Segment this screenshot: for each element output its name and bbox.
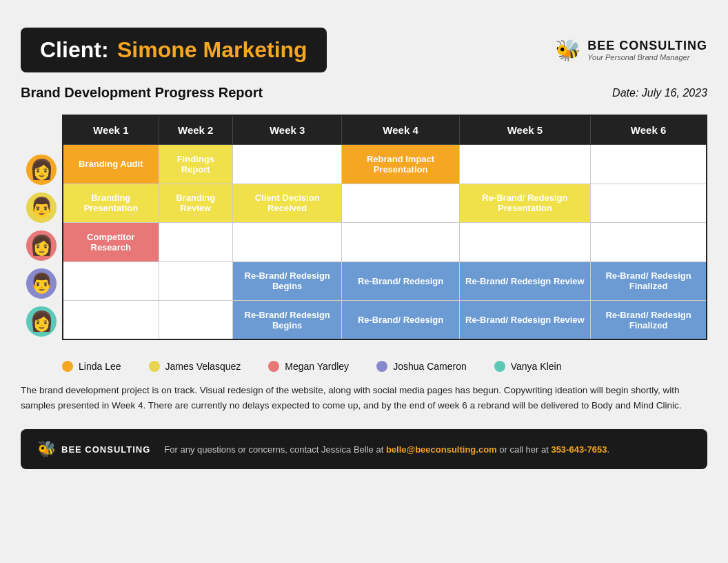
table-cell bbox=[159, 223, 232, 262]
table-cell: Re-Brand/ Redesign Finalized bbox=[591, 301, 707, 340]
logo-text: BEE CONSULTING Your Personal Brand Manag… bbox=[587, 39, 707, 61]
table-cell bbox=[342, 184, 459, 223]
avatar-cell-3: 👩 bbox=[21, 226, 62, 264]
title-box: Client: Simone Marketing bbox=[21, 28, 327, 72]
table-cell bbox=[591, 223, 707, 262]
col-week5: Week 5 bbox=[459, 115, 590, 145]
table-cell bbox=[342, 223, 459, 262]
legend-label-joshua: Joshua Cameron bbox=[393, 361, 467, 372]
table-row: Re-Brand/ Redesign Begins Re-Brand/ Rede… bbox=[63, 301, 707, 340]
table-cell: Rebrand Impact Presentation bbox=[342, 145, 459, 184]
table-row: Branding Audit Findings Report Rebrand I… bbox=[63, 145, 707, 184]
table-cell bbox=[159, 301, 232, 340]
col-week1: Week 1 bbox=[63, 115, 159, 145]
legend-dot-linda bbox=[62, 361, 73, 372]
table-cell bbox=[63, 301, 159, 340]
avatar-megan: 👩 bbox=[26, 230, 57, 261]
schedule-table: Week 1 Week 2 Week 3 Week 4 Week 5 Week … bbox=[62, 115, 707, 340]
table-wrapper: 👩 👨 👩 👨 👩 bbox=[21, 115, 707, 340]
avatar-cell-4: 👨 bbox=[21, 264, 62, 302]
table-cell bbox=[459, 145, 590, 184]
table-cell bbox=[159, 261, 232, 301]
company-name: BEE CONSULTING bbox=[587, 39, 707, 53]
footer-logo: 🐝 BEE CONSULTING bbox=[37, 440, 150, 458]
legend-dot-vanya bbox=[494, 361, 505, 372]
report-date: Date: July 16, 2023 bbox=[612, 87, 707, 99]
client-label: Client: bbox=[40, 37, 109, 62]
subtitle-row: Brand Development Progress Report Date: … bbox=[21, 85, 707, 101]
table-cell bbox=[63, 261, 159, 301]
table-cell: Re-Brand/ Redesign Finalized bbox=[591, 261, 707, 301]
table-cell: Branding Review bbox=[159, 184, 232, 223]
col-week2: Week 2 bbox=[159, 115, 232, 145]
table-cell bbox=[459, 223, 590, 262]
table-row: Re-Brand/ Redesign Begins Re-Brand/ Rede… bbox=[63, 261, 707, 301]
bee-icon: 🐝 bbox=[555, 38, 580, 62]
avatar-cell-1: 👩 bbox=[21, 150, 62, 188]
legend-label-linda: Linda Lee bbox=[79, 361, 121, 372]
table-row: Branding Presentation Branding Review Cl… bbox=[63, 184, 707, 223]
table-cell: Branding Presentation bbox=[63, 184, 159, 223]
table-cell: Re-Brand/ Redesign bbox=[342, 301, 459, 340]
col-week4: Week 4 bbox=[342, 115, 459, 145]
legend-item-vanya: Vanya Klein bbox=[494, 361, 562, 372]
legend-dot-joshua bbox=[376, 361, 387, 372]
report-title: Brand Development Progress Report bbox=[21, 85, 263, 101]
avatar-joshua: 👨 bbox=[26, 268, 57, 299]
avatar-vanya: 👩 bbox=[26, 306, 57, 337]
legend-item-james: James Velasquez bbox=[149, 361, 241, 372]
avatars-column: 👩 👨 👩 👨 👩 bbox=[21, 115, 62, 340]
tagline: Your Personal Brand Manager bbox=[587, 53, 707, 61]
table-cell bbox=[232, 145, 341, 184]
legend-item-linda: Linda Lee bbox=[62, 361, 121, 372]
legend-label-james: James Velasquez bbox=[165, 361, 241, 372]
col-week6: Week 6 bbox=[591, 115, 707, 145]
table-cell bbox=[232, 223, 341, 262]
legend-item-megan: Megan Yardley bbox=[268, 361, 349, 372]
table-cell: Re-Brand/ Redesign Presentation bbox=[459, 184, 590, 223]
table-cell bbox=[591, 145, 707, 184]
table-cell: Re-Brand/ Redesign Begins bbox=[232, 301, 341, 340]
table-row: Competitor Research bbox=[63, 223, 707, 262]
table-header-row: Week 1 Week 2 Week 3 Week 4 Week 5 Week … bbox=[63, 115, 707, 145]
legend: Linda Lee James Velasquez Megan Yardley … bbox=[62, 361, 707, 372]
header: Client: Simone Marketing 🐝 BEE CONSULTIN… bbox=[21, 28, 707, 72]
footer-company-name: BEE CONSULTING bbox=[61, 444, 150, 455]
footer-bee-icon: 🐝 bbox=[37, 440, 56, 458]
footer-phone[interactable]: 353-643-7653 bbox=[551, 444, 607, 455]
page: Client: Simone Marketing 🐝 BEE CONSULTIN… bbox=[21, 28, 707, 469]
avatar-cell-2: 👨 bbox=[21, 188, 62, 226]
avatar-cell-5: 👩 bbox=[21, 302, 62, 340]
table-cell: Findings Report bbox=[159, 145, 232, 184]
col-week3: Week 3 bbox=[232, 115, 341, 145]
table-cell: Branding Audit bbox=[63, 145, 159, 184]
avatar-james: 👨 bbox=[26, 192, 57, 223]
table-cell: Competitor Research bbox=[63, 223, 159, 262]
legend-item-joshua: Joshua Cameron bbox=[376, 361, 467, 372]
description-text: The brand development project is on trac… bbox=[21, 383, 707, 413]
legend-label-megan: Megan Yardley bbox=[285, 361, 349, 372]
table-cell: Re-Brand/ Redesign Begins bbox=[232, 261, 341, 301]
table-cell: Re-Brand/ Redesign Review bbox=[459, 261, 590, 301]
footer-mid-text: or call her at bbox=[497, 444, 552, 455]
footer-end-text: . bbox=[607, 444, 609, 455]
logo-area: 🐝 BEE CONSULTING Your Personal Brand Man… bbox=[555, 38, 707, 62]
table-cell bbox=[591, 184, 707, 223]
table-cell: Client Decision Received bbox=[232, 184, 341, 223]
footer-email[interactable]: belle@beeconsulting.com bbox=[386, 444, 497, 455]
table-cell: Re-Brand/ Redesign Review bbox=[459, 301, 590, 340]
table-cell: Re-Brand/ Redesign bbox=[342, 261, 459, 301]
legend-dot-megan bbox=[268, 361, 279, 372]
avatar-linda: 👩 bbox=[26, 155, 57, 185]
legend-label-vanya: Vanya Klein bbox=[511, 361, 562, 372]
footer-contact: For any questions or concerns, contact J… bbox=[164, 444, 609, 455]
client-name: Simone Marketing bbox=[117, 37, 307, 62]
footer-contact-text: For any questions or concerns, contact J… bbox=[164, 444, 386, 455]
footer: 🐝 BEE CONSULTING For any questions or co… bbox=[21, 429, 707, 469]
legend-dot-james bbox=[149, 361, 160, 372]
